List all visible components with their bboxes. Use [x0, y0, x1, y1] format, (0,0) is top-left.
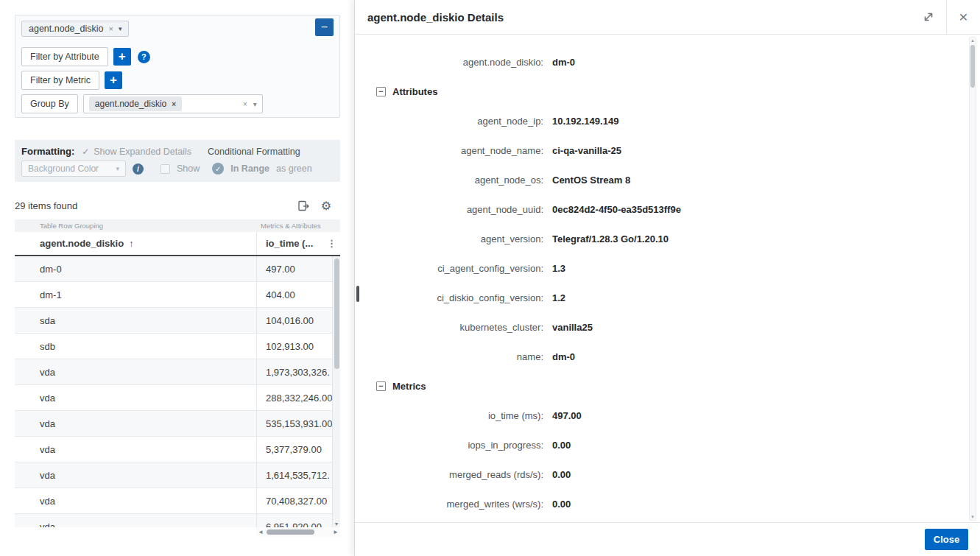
remove-group-by-chip-icon[interactable]: × [172, 100, 176, 108]
collapse-query-button[interactable]: − [315, 18, 334, 36]
detail-value: 0ec824d2-4f50-ea35d513ff9e [552, 204, 681, 215]
table-row[interactable]: vda5,377,379.00 [15, 437, 340, 462]
detail-row: agent_node_uuid:0ec824d2-4f50-ea35d513ff… [355, 194, 980, 224]
sort-ascending-icon[interactable]: ↑ [129, 239, 133, 249]
horizontal-scroll-track[interactable] [265, 529, 331, 535]
scroll-down-icon[interactable]: ▼ [970, 515, 976, 519]
detail-value: dm-0 [552, 351, 575, 362]
show-expanded-details-toggle[interactable]: Show Expanded Details [94, 147, 191, 157]
row-group-cell: vda [15, 462, 256, 488]
chevron-down-icon[interactable]: ▾ [119, 25, 122, 32]
table-horizontal-scrollbar[interactable]: ◄ ► [256, 527, 340, 537]
table-row[interactable]: vda70,408,327.00 [15, 488, 340, 514]
add-metric-filter-button[interactable]: + [105, 71, 122, 89]
column-header-grouping[interactable]: agent.node_diskio ↑ [15, 232, 256, 255]
detail-row: agent_node_os:CentOS Stream 8 [355, 165, 980, 194]
column-menu-icon[interactable]: ⋮ [327, 238, 336, 249]
row-value-cell: 70,408,327.00 [256, 488, 340, 513]
detail-row: merged_writes (wrs/s):0.00 [355, 489, 980, 518]
conditional-formatting-label[interactable]: Conditional Formatting [208, 147, 300, 157]
scroll-right-icon[interactable]: ► [331, 529, 340, 535]
metrics-section-header[interactable]: − Metrics [355, 371, 980, 401]
clear-group-by-icon[interactable]: × [243, 100, 247, 108]
details-body: agent.node_diskio: dm-0 − Attributes age… [355, 35, 980, 522]
show-checkbox[interactable] [161, 164, 170, 174]
table-row[interactable]: vda1,973,303,326. [15, 359, 340, 385]
detail-label: agent_node_ip: [355, 116, 543, 127]
row-group-cell: vda [15, 514, 256, 527]
table-vertical-scrollbar[interactable]: ▼ [332, 256, 340, 527]
detail-value: 497.00 [552, 410, 582, 421]
attributes-section-header[interactable]: − Attributes [355, 77, 980, 106]
group-by-chip[interactable]: agent.node_diskio × [89, 96, 182, 111]
details-scrollbar-thumb[interactable] [970, 45, 975, 88]
detail-row: agent.node_diskio: dm-0 [355, 47, 980, 77]
table-settings-button[interactable]: ⚙ [321, 199, 331, 213]
detail-label: io_time (ms): [355, 410, 543, 421]
background-color-select[interactable]: Background Color ▾ [21, 161, 126, 177]
detail-row: agent_node_name:ci-qa-vanilla-25 [355, 136, 980, 165]
scroll-up-icon[interactable]: ▲ [970, 38, 976, 43]
items-found-count: 29 items found [15, 200, 297, 211]
table-vertical-scrollbar-thumb[interactable] [334, 258, 339, 369]
table-row[interactable]: sdb102,913.00 [15, 334, 340, 359]
details-vertical-scrollbar[interactable]: ▲ ▼ [969, 37, 976, 521]
info-icon[interactable]: i [133, 163, 144, 175]
filter-metric-row: Filter by Metric + [21, 71, 122, 90]
row-value-cell: 535,153,931.00 [256, 411, 340, 436]
gear-icon: ⚙ [321, 199, 331, 213]
query-builder-panel: agent.node_diskio × ▾ − Filter by Attrib… [15, 15, 340, 118]
table-row[interactable]: vda6,951,920.00 [15, 514, 340, 527]
entity-type-chip[interactable]: agent.node_diskio × ▾ [21, 21, 129, 37]
row-group-cell: vda [15, 385, 256, 410]
detail-label: kubernetes_cluster: [355, 322, 543, 333]
expand-panel-button[interactable] [911, 0, 946, 35]
horizontal-scroll-thumb[interactable] [267, 529, 314, 535]
help-icon[interactable]: ? [138, 51, 150, 63]
row-value-cell: 104,016.00 [256, 308, 340, 333]
detail-row: iops_in_progress:0.00 [355, 430, 980, 460]
group-by-select[interactable]: agent.node_diskio × × ▾ [83, 94, 263, 113]
detail-label: ci_diskio_config_version: [355, 292, 543, 303]
detail-value: 0.00 [552, 499, 571, 510]
row-group-cell: sda [15, 308, 256, 333]
in-range-check-icon[interactable]: ✓ [212, 163, 224, 175]
results-table: Table Row Grouping Metrics & Attributes … [15, 219, 340, 537]
scroll-left-icon[interactable]: ◄ [256, 529, 265, 535]
export-csv-button[interactable] [297, 200, 310, 212]
scroll-down-icon[interactable]: ▼ [333, 521, 340, 527]
chevron-down-icon[interactable]: ▾ [253, 100, 257, 108]
row-group-cell: sdb [15, 334, 256, 359]
table-row[interactable]: vda535,153,931.00 [15, 411, 340, 437]
detail-row: ci_agent_config_version:1.3 [355, 253, 980, 283]
table-row[interactable]: vda288,332,246.00 [15, 385, 340, 411]
column-header-io-time[interactable]: io_time (... ⋮ [256, 232, 340, 255]
detail-value: 0.00 [552, 469, 571, 480]
detail-value: CentOS Stream 8 [552, 175, 630, 186]
detail-value: 0.00 [552, 440, 571, 451]
table-row[interactable]: sda104,016.00 [15, 308, 340, 334]
table-row[interactable]: dm-1404.00 [15, 282, 340, 308]
collapse-section-icon[interactable]: − [376, 381, 386, 391]
filter-by-metric-button[interactable]: Filter by Metric [21, 71, 99, 90]
table-body: dm-0497.00 dm-1404.00 sda104,016.00 sdb1… [15, 256, 340, 527]
detail-label: agent.node_diskio: [355, 57, 543, 68]
add-attribute-filter-button[interactable]: + [113, 48, 131, 66]
table-row[interactable]: dm-0497.00 [15, 256, 340, 282]
close-button[interactable]: Close [925, 529, 968, 550]
remove-chip-icon[interactable]: × [108, 24, 113, 33]
detail-value: Telegraf/1.28.3 Go/1.20.10 [552, 233, 669, 244]
filter-by-attribute-button[interactable]: Filter by Attribute [21, 47, 108, 66]
detail-label: ci_agent_config_version: [355, 263, 543, 274]
row-value-cell: 5,377,379.00 [256, 437, 340, 462]
detail-label: agent_node_uuid: [355, 204, 543, 215]
group-by-button[interactable]: Group By [21, 94, 78, 113]
row-value-cell: 497.00 [256, 256, 340, 281]
collapse-section-icon[interactable]: − [376, 87, 386, 96]
detail-value: 1.2 [552, 292, 565, 303]
table-row[interactable]: vda1,614,535,712. [15, 462, 340, 488]
filter-attribute-row: Filter by Attribute + ? [21, 47, 150, 66]
close-panel-icon[interactable]: × [946, 0, 980, 35]
chevron-down-icon: ▾ [116, 165, 119, 172]
row-value-cell: 1,973,303,326. [256, 359, 340, 384]
